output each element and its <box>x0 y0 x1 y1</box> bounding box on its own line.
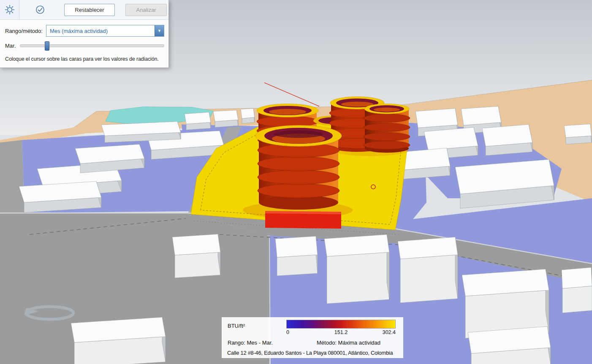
building <box>482 124 532 156</box>
scale-mid: 151.2 <box>323 329 359 335</box>
building <box>275 236 318 276</box>
dropdown-arrow-icon[interactable]: ▼ <box>155 25 164 36</box>
controls-section: Rango/método: Mes (máxima actividad) ▼ M… <box>0 20 168 62</box>
month-slider-label: Mar. <box>5 43 16 49</box>
hover-hint-text: Coloque el cursor sobre las caras para v… <box>5 56 164 62</box>
range-method-select[interactable]: Mes (máxima actividad) ▼ <box>46 25 164 37</box>
building <box>75 144 144 173</box>
building <box>398 237 458 303</box>
legend-panel: BTU/ft² 0 151.2 302.4 Rango: Mes - Mar. … <box>222 317 403 358</box>
scale-ticks: 0 151.2 302.4 <box>286 329 396 335</box>
legend-range: Rango: Mes - Mar. <box>228 340 273 346</box>
building <box>185 112 211 130</box>
legend-unit-label: BTU/ft² <box>228 323 245 329</box>
analyze-button[interactable]: Analizar <box>125 4 167 16</box>
sun-icon <box>4 4 15 15</box>
month-slider[interactable] <box>20 44 164 47</box>
confirm-button[interactable] <box>35 5 45 14</box>
tower <box>255 125 342 210</box>
sun-button[interactable] <box>0 0 19 19</box>
check-circle-icon <box>35 5 45 14</box>
tower <box>364 104 410 153</box>
month-slider-handle[interactable] <box>45 41 49 51</box>
solar-analysis-panel: Restablecer Analizar Rango/método: Mes (… <box>0 0 169 68</box>
legend-method: Método: Máxima actividad <box>317 340 380 346</box>
building <box>71 317 166 364</box>
range-method-value: Mes (máxima actividad) <box>46 28 155 34</box>
building <box>455 159 554 208</box>
building <box>19 181 101 213</box>
building <box>101 121 181 143</box>
scale-min: 0 <box>286 329 323 335</box>
building <box>213 110 238 127</box>
radiation-scale-bar <box>286 320 396 329</box>
scale-max: 302.4 <box>359 329 396 335</box>
building <box>324 235 389 304</box>
reset-button[interactable]: Restablecer <box>64 4 115 16</box>
building <box>241 108 255 124</box>
building <box>562 267 592 313</box>
building <box>468 326 551 364</box>
toolbar: Restablecer Analizar <box>0 0 168 20</box>
app-window: Restablecer Analizar Rango/método: Mes (… <box>0 0 592 364</box>
building <box>564 124 592 144</box>
legend-address: Calle 12 #8-46, Eduardo Santos - La Play… <box>227 350 393 356</box>
range-method-label: Rango/método: <box>5 28 43 34</box>
building <box>172 234 220 278</box>
